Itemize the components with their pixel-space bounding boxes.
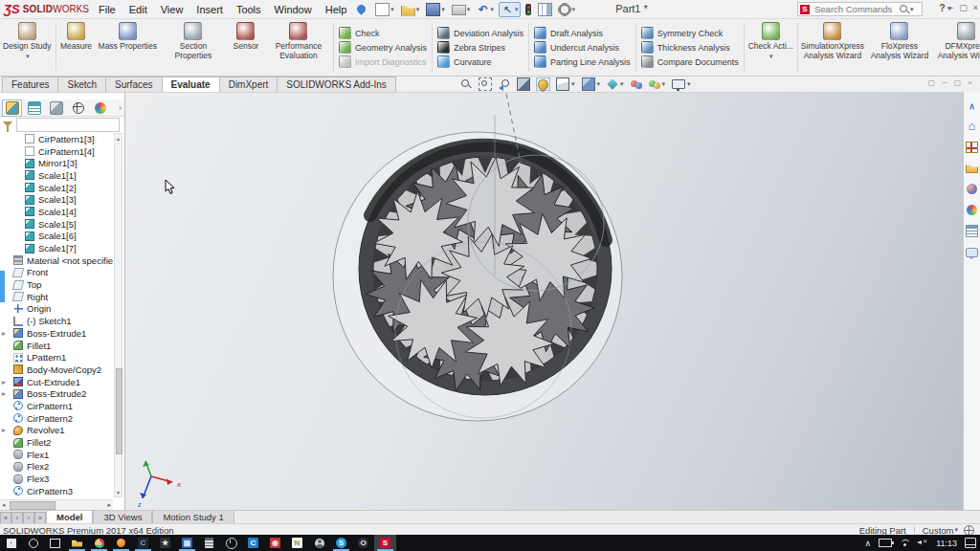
view-orientation-button[interactable]: ▾: [555, 77, 576, 91]
view-settings-button[interactable]: ▾: [671, 79, 692, 89]
hide-show-items-button[interactable]: ▾: [606, 78, 625, 90]
section-properties-button[interactable]: Section Properties: [160, 19, 227, 76]
expand-arrow-icon[interactable]: ▸: [2, 378, 6, 386]
compare-documents-button[interactable]: Compare Documents: [641, 55, 739, 68]
tab-dimxpert[interactable]: DimXpert: [219, 77, 278, 92]
tree-item-scale1-5-[interactable]: Scale1[5]: [0, 218, 113, 231]
tree-item-cirpattern3[interactable]: CirPattern3: [0, 485, 113, 497]
tree-item-cirpattern1-4-[interactable]: CirPattern1[4]: [0, 145, 113, 158]
new-button[interactable]: ▾: [373, 2, 396, 17]
expand-arrow-icon[interactable]: ▸: [2, 426, 6, 434]
featuremanager-tab[interactable]: [2, 99, 22, 117]
tab-features[interactable]: Features: [2, 77, 58, 92]
symmetry-check-button[interactable]: Symmetry Check: [641, 27, 739, 39]
tab-evaluate[interactable]: Evaluate: [162, 77, 220, 92]
tree-item-scale1-1-[interactable]: Scale1[1]: [0, 169, 113, 182]
expand-arrow-icon[interactable]: ▸: [2, 389, 6, 398]
section-view-button[interactable]: [516, 77, 531, 91]
tree-vertical-scrollbar[interactable]: ▴ ▾: [114, 133, 122, 497]
clock-time[interactable]: 11:13: [936, 539, 957, 548]
tree-item-lpattern1[interactable]: LPattern1: [0, 351, 113, 364]
tree-item-top[interactable]: Top: [0, 278, 113, 291]
tree-item-scale1-7-[interactable]: Scale1[7]: [0, 242, 113, 254]
tree-item-cirpattern1-3-[interactable]: CirPattern1[3]: [0, 133, 113, 145]
annotation-views-button[interactable]: [536, 77, 550, 91]
panel-tabs-overflow-icon[interactable]: ›: [119, 103, 122, 113]
doc-close-button[interactable]: ×: [968, 78, 972, 87]
calculator[interactable]: [198, 535, 220, 551]
performance-evaluation-button[interactable]: Performance Evaluation: [265, 19, 332, 76]
tree-item-cut-extrude1[interactable]: ▸Cut-Extrude1: [0, 376, 113, 388]
doc-tab-model[interactable]: Model: [46, 511, 93, 524]
tree-item--sketch1[interactable]: (-) Sketch1: [0, 315, 113, 327]
geometry-analysis-button[interactable]: Geometry Analysis: [339, 41, 427, 54]
close-button[interactable]: ×: [973, 3, 978, 12]
design-library-button[interactable]: [966, 141, 978, 153]
undo-button[interactable]: ↶▾: [475, 3, 496, 16]
filter-input[interactable]: [16, 118, 120, 132]
tree-item-flex2[interactable]: Flex2: [0, 461, 113, 474]
apply-scene-button[interactable]: ▾: [648, 78, 667, 90]
clock-app[interactable]: [220, 535, 242, 551]
open-button[interactable]: ▾: [399, 2, 422, 17]
app-red-badge[interactable]: ◉: [264, 535, 286, 551]
doc-restore-button[interactable]: ▢: [954, 78, 962, 87]
tab-sketch[interactable]: Sketch: [57, 77, 106, 92]
edit-appearance-button[interactable]: [630, 78, 643, 90]
undercut-analysis-button[interactable]: Undercut Analysis: [534, 41, 631, 54]
tree-item-scale1-4-[interactable]: Scale1[4]: [0, 206, 113, 218]
start-button[interactable]: [0, 535, 22, 551]
expand-arrow-icon[interactable]: ▸: [2, 329, 6, 338]
rollback-bar[interactable]: [0, 271, 5, 302]
zoom-to-fit-button[interactable]: [459, 78, 473, 90]
units-selector[interactable]: Custom: [923, 525, 954, 536]
tree-item-flex1[interactable]: Flex1: [0, 449, 113, 461]
menu-help[interactable]: Help: [319, 2, 354, 17]
tree-horizontal-scrollbar[interactable]: ◂ ▸: [0, 499, 113, 510]
tree-item-scale1-6-[interactable]: Scale1[6]: [0, 231, 113, 243]
select-button[interactable]: ↖▾: [499, 2, 522, 17]
doc-tab-3d-views[interactable]: 3D Views: [93, 511, 152, 524]
pin-icon[interactable]: [355, 3, 368, 15]
solidworks-resources-button[interactable]: ⌂: [966, 120, 978, 132]
menu-insert[interactable]: Insert: [189, 2, 230, 17]
app-c-dark[interactable]: C: [132, 535, 154, 551]
tree-item-boss-extrude2[interactable]: ▸Boss-Extrude2: [0, 387, 113, 400]
save-button[interactable]: ▾: [424, 2, 447, 17]
curvature-button[interactable]: Curvature: [437, 55, 523, 68]
design-study-button[interactable]: Design Study▾: [0, 19, 55, 76]
minimize-button[interactable]: ─: [947, 3, 953, 12]
action-center-icon[interactable]: [965, 538, 976, 548]
configurationmanager-tab[interactable]: [46, 99, 66, 117]
print-button[interactable]: ▾: [450, 2, 473, 16]
tree-item-scale1-2-[interactable]: Scale1[2]: [0, 182, 113, 194]
skype[interactable]: S: [330, 535, 352, 551]
tree-item-cirpattern2[interactable]: CirPattern2: [0, 412, 113, 425]
file-explorer[interactable]: [66, 535, 88, 551]
scroll-left-icon[interactable]: ◂: [2, 500, 6, 510]
cortana-button[interactable]: [22, 535, 44, 551]
zebra-stripes-button[interactable]: Zebra Stripes: [437, 41, 523, 54]
check-button[interactable]: Check: [339, 27, 427, 39]
parting-line-analysis-button[interactable]: Parting Line Analysis: [534, 55, 631, 68]
horizontal-scroll-thumb[interactable]: [10, 501, 56, 510]
measure-button[interactable]: Measure: [57, 19, 96, 76]
tree-item-fillet2[interactable]: Fillet2: [0, 436, 113, 449]
menu-view[interactable]: View: [154, 2, 190, 17]
menu-edit[interactable]: Edit: [122, 2, 154, 17]
tree-item-origin[interactable]: Origin: [0, 303, 113, 316]
app-orange[interactable]: [110, 535, 132, 551]
tab-surfaces[interactable]: Surfaces: [105, 77, 162, 92]
deviation-analysis-button[interactable]: Deviation Analysis: [437, 27, 523, 39]
tree-item-mirror1-3-[interactable]: Mirror1[3]: [0, 157, 113, 169]
tree-item-cirpattern1[interactable]: CirPattern1: [0, 400, 113, 412]
remote-app[interactable]: [308, 535, 330, 551]
volume-muted-icon[interactable]: [917, 539, 928, 547]
scroll-down-icon[interactable]: ▾: [115, 489, 122, 496]
draft-analysis-button[interactable]: Draft Analysis: [534, 27, 631, 39]
dimxpertmanager-tab[interactable]: [68, 99, 88, 117]
doc-cascade-button[interactable]: ▢: [928, 78, 936, 87]
notepad-plus[interactable]: N: [286, 535, 308, 551]
search-box[interactable]: S ▾: [797, 2, 923, 16]
task-view-button[interactable]: [44, 535, 66, 551]
